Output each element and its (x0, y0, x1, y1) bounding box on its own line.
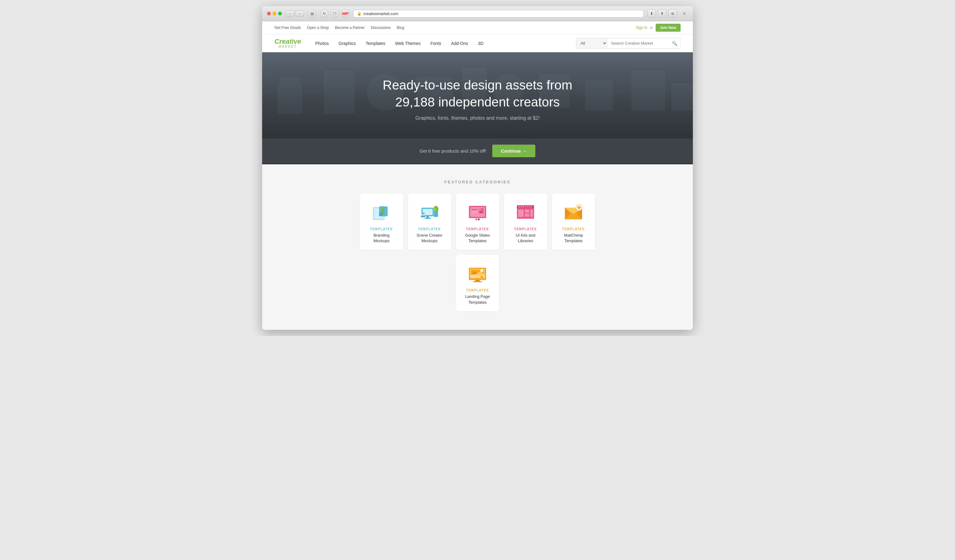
hero-section: Ready-to-use design assets from 29,188 i… (262, 52, 693, 138)
or-text: or (650, 25, 653, 30)
browser-dots (267, 12, 282, 16)
svg-rect-48 (531, 210, 533, 217)
svg-rect-33 (471, 212, 478, 213)
browser-window: ‹ › ▤ ↻ 🛡 ABP 🔒 creativemarket.com ⬇ ⬆ ⧉… (262, 6, 693, 330)
category-card-landing-page[interactable]: TEMPLATES Landing Page Templates (456, 255, 499, 311)
search-bar: All Photos Graphics Templates Fonts 🔍 (576, 38, 681, 48)
branding-mockups-icon (370, 201, 393, 223)
google-slides-icon (467, 201, 488, 223)
svg-rect-44 (525, 206, 532, 208)
close-dot[interactable] (267, 12, 271, 16)
download-button[interactable]: ⬇ (647, 9, 656, 18)
new-tab-button[interactable]: + (681, 10, 688, 17)
svg-rect-47 (525, 214, 529, 217)
reload-button[interactable]: ↻ (320, 9, 329, 18)
logo-creative-text: Creative (274, 38, 301, 45)
nav-fonts[interactable]: Fonts (426, 35, 446, 52)
top-bar-links: Get Free Goods Open a Shop Become a Part… (274, 25, 404, 30)
svg-rect-45 (518, 210, 524, 217)
nav-web-themes[interactable]: Web Themes (390, 35, 426, 52)
svg-rect-26 (421, 216, 425, 217)
svg-rect-32 (471, 211, 480, 212)
svg-point-42 (521, 206, 523, 208)
category-card-scene-creator[interactable]: TEMPLATES Scene Creator Mockups (408, 194, 451, 250)
category-name-branding: Branding Mockups (366, 233, 397, 244)
svg-point-43 (523, 206, 524, 208)
category-badge-slides: TEMPLATES (462, 227, 493, 231)
back-button[interactable]: ‹ (285, 11, 294, 17)
cta-bar: Get 6 free products and 10% off! Continu… (262, 138, 693, 164)
shield-icon[interactable]: 🛡 (330, 9, 339, 18)
blog-link[interactable]: Blog (397, 25, 404, 30)
sidebar-toggle-button[interactable]: ▤ (308, 9, 316, 18)
nav-photos[interactable]: Photos (310, 35, 334, 52)
featured-categories-section: FEATURED CATEGORIES (262, 164, 693, 330)
mailchimp-icon (562, 201, 585, 223)
category-name-scene: Scene Creator Mockups (414, 233, 445, 244)
category-name-landing: Landing Page Templates (462, 294, 493, 305)
forward-button[interactable]: › (295, 11, 304, 17)
open-shop-link[interactable]: Open a Shop (307, 25, 329, 30)
category-card-ui-kits[interactable]: TEMPLATES UI Kits and Libraries (504, 194, 547, 250)
nav-graphics[interactable]: Graphics (333, 35, 360, 52)
svg-point-61 (480, 269, 483, 272)
cta-text: Get 6 free products and 10% off! (420, 148, 487, 153)
category-badge-branding: TEMPLATES (366, 227, 397, 231)
svg-point-35 (479, 209, 481, 210)
adblock-icon[interactable]: ABP (341, 9, 349, 18)
svg-rect-46 (525, 210, 529, 213)
address-bar[interactable]: 🔒 creativemarket.com (353, 10, 643, 17)
category-badge-scene: TEMPLATES (414, 227, 445, 231)
get-free-goods-link[interactable]: Get Free Goods (274, 25, 301, 30)
category-name-ui: UI Kits and Libraries (510, 233, 541, 244)
ui-kits-icon (514, 201, 537, 223)
search-category-select[interactable]: All Photos Graphics Templates Fonts (576, 38, 607, 48)
join-now-button[interactable]: Join Now (656, 24, 681, 32)
browser-right-icons: ⬇ ⬆ ⧉ (647, 9, 677, 18)
hero-title: Ready-to-use design assets from 29,188 i… (274, 77, 681, 111)
browser-toolbar-icons: ↻ 🛡 ABP (320, 9, 349, 18)
tabs-overview-button[interactable]: ⧉ (668, 9, 677, 18)
search-submit-button[interactable]: 🔍 (669, 39, 680, 48)
scene-creator-icon (418, 201, 441, 223)
website-content: Get Free Goods Open a Shop Become a Part… (262, 21, 693, 330)
svg-point-38 (478, 219, 480, 220)
top-bar-right: Sign In or Join Now (636, 24, 681, 32)
category-card-mailchimp[interactable]: TEMPLATES MailChimp Templates (552, 194, 595, 250)
svg-point-41 (519, 206, 520, 208)
sign-in-link[interactable]: Sign In (636, 25, 647, 30)
hero-content: Ready-to-use design assets from 29,188 i… (274, 77, 681, 121)
discussions-link[interactable]: Discussions (371, 25, 391, 30)
minimize-dot[interactable] (272, 12, 276, 16)
svg-rect-20 (426, 216, 429, 218)
logo[interactable]: Creative MARKET (274, 34, 301, 52)
category-badge-ui: TEMPLATES (510, 227, 541, 231)
browser-titlebar: ‹ › ▤ ↻ 🛡 ABP 🔒 creativemarket.com ⬇ ⬆ ⧉… (262, 6, 693, 21)
svg-rect-27 (421, 214, 425, 216)
search-input[interactable] (607, 39, 669, 48)
svg-rect-63 (475, 280, 480, 281)
nav-templates[interactable]: Templates (360, 35, 390, 52)
category-card-google-slides[interactable]: TEMPLATES Google Slides Templates (456, 194, 499, 250)
svg-point-24 (433, 207, 436, 212)
svg-rect-31 (471, 209, 478, 210)
svg-rect-64 (473, 281, 482, 282)
nav-3d[interactable]: 3D (473, 35, 488, 52)
landing-page-icon (467, 262, 488, 284)
hero-subtitle: Graphics, fonts, themes, photos and more… (274, 116, 681, 121)
category-card-branding-mockups[interactable]: TEMPLATES Branding Mockups (360, 194, 403, 250)
maximize-dot[interactable] (278, 12, 282, 16)
lock-icon: 🔒 (357, 12, 362, 16)
share-button[interactable]: ⬆ (658, 9, 666, 18)
svg-rect-28 (421, 213, 424, 214)
main-nav: Creative MARKET Photos Graphics Template… (262, 34, 693, 52)
categories-grid: TEMPLATES Branding Mockups (339, 194, 616, 311)
category-name-mailchimp: MailChimp Templates (558, 233, 589, 244)
nav-add-ons[interactable]: Add-Ons (446, 35, 473, 52)
continue-button[interactable]: Continue → (492, 145, 535, 157)
become-partner-link[interactable]: Become a Partner (335, 25, 365, 30)
svg-rect-17 (380, 213, 382, 214)
category-badge-mailchimp: TEMPLATES (558, 227, 589, 231)
nav-links: Photos Graphics Templates Web Themes Fon… (310, 35, 576, 52)
logo-market-text: MARKET (274, 45, 301, 48)
